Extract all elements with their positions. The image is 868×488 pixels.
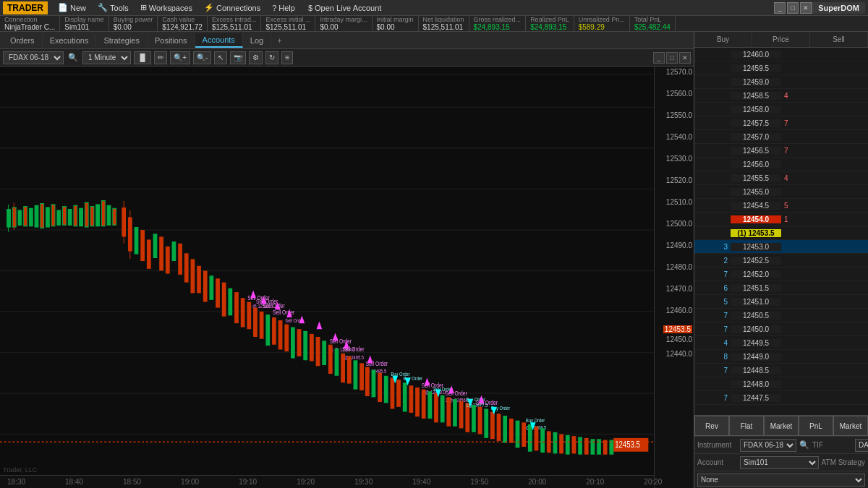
acct-displayname: Display name Sim101 (60, 16, 109, 31)
atm-label: ATM Strategy (822, 458, 865, 466)
svg-rect-17 (29, 208, 33, 226)
chart-toolbar: FDAX 06-18 🔍 1 Minute ▐▌ ✏ 🔍+ 🔍- ↖ 📷 ⚙ ↻… (0, 49, 694, 67)
maximize-button[interactable]: □ (787, 2, 799, 14)
svg-rect-68 (291, 328, 295, 359)
dom-row-12458-5: 12458.5 4 (694, 89, 868, 103)
search-icon-dom[interactable]: 🔍 (799, 440, 809, 450)
svg-rect-132 (572, 436, 576, 453)
svg-rect-95 (409, 385, 413, 413)
svg-rect-27 (85, 202, 88, 227)
acct-total-pnl: Total PnL $25,482.44 (630, 16, 676, 31)
dom-rev-button[interactable]: Rev (694, 416, 729, 436)
svg-rect-49 (209, 275, 213, 300)
svg-rect-50 (216, 278, 220, 307)
tab-positions[interactable]: Positions (148, 34, 195, 47)
search-icon[interactable]: 🔍 (67, 53, 80, 62)
instrument-select[interactable]: FDAX 06-18 (740, 439, 796, 452)
company-footer: Trader, LLC (3, 466, 37, 474)
chart-maximize-button[interactable]: □ (666, 52, 678, 64)
dom-headers: Buy Price Sell (694, 32, 868, 48)
dom-row-12453-5-yellow: (1) 12453.5 (694, 226, 868, 240)
svg-rect-25 (74, 205, 77, 226)
tab-orders[interactable]: Orders (3, 34, 43, 47)
svg-rect-126 (535, 427, 539, 451)
svg-rect-40 (153, 234, 158, 258)
properties-button[interactable]: ≡ (281, 51, 293, 64)
svg-rect-99 (422, 390, 426, 419)
refresh-button[interactable]: ↻ (265, 51, 278, 64)
dom-pnl-button[interactable]: PnL (799, 416, 833, 436)
dom-market-button[interactable]: Market (764, 416, 799, 436)
timeframe-selector[interactable]: 1 Minute (82, 51, 131, 64)
dom-row-12457-5: 12457.5 7 (694, 116, 868, 130)
svg-rect-64 (272, 317, 276, 345)
svg-rect-57 (247, 302, 251, 330)
menu-connections[interactable]: ⚡ Connections (198, 1, 266, 14)
draw-button[interactable]: ✏ (154, 51, 167, 64)
tab-executions[interactable]: Executions (43, 34, 97, 47)
menu-tools[interactable]: 🔧 Tools (92, 1, 135, 14)
tab-add-button[interactable]: + (271, 34, 287, 47)
svg-rect-130 (559, 435, 563, 454)
tif-select[interactable]: DAY (855, 439, 868, 452)
dom-flat-button[interactable]: Flat (729, 416, 764, 436)
dom-row-12454-current: 12454.0 1 (694, 213, 868, 226)
svg-rect-115 (484, 409, 488, 438)
instrument-selector[interactable]: FDAX 06-18 (3, 51, 64, 64)
tab-log[interactable]: Log (243, 34, 271, 47)
account-bar: Connection NinjaTrader C... Display name… (0, 16, 868, 32)
tab-strategies[interactable]: Strategies (96, 34, 148, 47)
zoom-in-button[interactable]: 🔍+ (170, 51, 190, 64)
svg-rect-116 (490, 412, 495, 440)
account-select[interactable]: Sim101 (740, 456, 819, 469)
svg-rect-114 (478, 407, 482, 435)
acct-excess-intraday: Excess intrad... $125,511.01 (208, 16, 262, 31)
svg-rect-21 (51, 205, 55, 226)
close-button[interactable]: ✕ (800, 2, 812, 14)
svg-rect-73 (322, 341, 326, 365)
svg-rect-103 (441, 395, 445, 423)
strategy-button[interactable]: ⚙ (249, 51, 263, 64)
camera-button[interactable]: 📷 (230, 51, 246, 64)
zoom-out-button[interactable]: 🔍- (193, 51, 211, 64)
dom-row-12458: 12458.0 (694, 103, 868, 116)
tab-accounts[interactable]: Accounts (195, 33, 243, 48)
svg-rect-83 (359, 363, 364, 390)
new-icon: 📄 (58, 3, 68, 12)
menu-bar: TRADER 📄 New 🔧 Tools ⊞ Workspaces ⚡ Conn… (0, 0, 868, 16)
chart-minimize-button[interactable]: _ (653, 52, 665, 64)
chart-close-button[interactable]: ✕ (679, 52, 691, 64)
dom-row-12460: 12460.0 (694, 48, 868, 61)
dom-row-12459: 12459.0 (694, 75, 868, 89)
dom-row-12448-5: 7 12448.5 (694, 364, 868, 377)
svg-rect-48 (203, 271, 208, 302)
svg-rect-22 (57, 210, 61, 225)
dom-market-row: Rev Flat Market PnL Market (694, 416, 868, 436)
svg-rect-108 (459, 401, 464, 429)
menu-workspaces[interactable]: ⊞ Workspaces (135, 1, 198, 14)
svg-rect-112 (472, 405, 476, 432)
acct-excess-initial: Excess initial ... $125,511.01 (261, 16, 315, 31)
minimize-button[interactable]: _ (774, 2, 786, 14)
svg-rect-106 (446, 397, 451, 426)
bar-type-button[interactable]: ▐▌ (134, 51, 151, 64)
svg-rect-86 (365, 367, 370, 396)
atm-select[interactable]: None (697, 474, 865, 487)
svg-rect-71 (310, 334, 314, 361)
dom-market2-button[interactable]: Market (833, 416, 868, 436)
cursor-button[interactable]: ↖ (214, 51, 227, 64)
svg-rect-87 (372, 370, 376, 398)
menu-new[interactable]: 📄 New (52, 1, 92, 14)
dom-row-12449-5: 4 12449.5 (694, 336, 868, 350)
dom-row-12451-5: 6 12451.5 (694, 281, 868, 295)
svg-rect-131 (566, 435, 570, 455)
menu-live-account[interactable]: $ Open Live Account (301, 2, 388, 14)
acct-cash: Cash value $124,921.72 (158, 16, 208, 31)
svg-rect-92 (396, 380, 401, 407)
svg-rect-80 (341, 354, 345, 382)
dom-atm-row: None (694, 471, 868, 488)
svg-rect-38 (140, 230, 145, 261)
menu-help[interactable]: ? Help (266, 2, 301, 14)
svg-rect-90 (391, 377, 395, 408)
tif-label: TIF (812, 441, 852, 449)
